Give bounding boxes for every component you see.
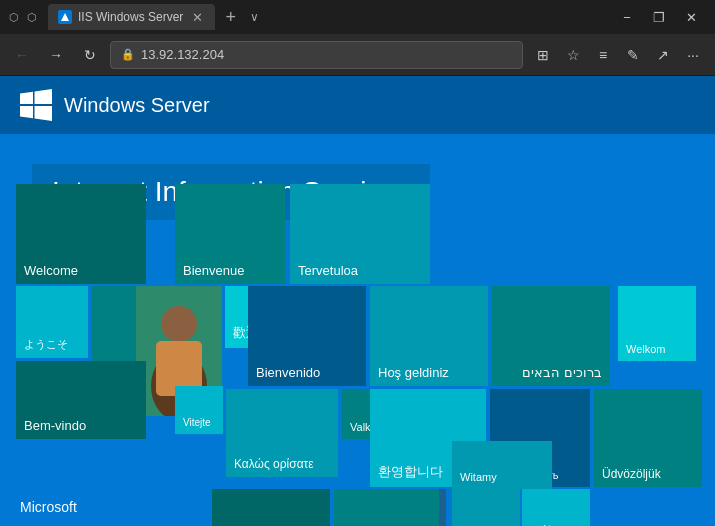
- tile-brukhim[interactable]: ברוכים הבאים: [492, 286, 610, 386]
- notes-icon[interactable]: ✎: [619, 41, 647, 69]
- reader-icon[interactable]: ⊞: [529, 41, 557, 69]
- new-tab-btn[interactable]: +: [219, 7, 242, 28]
- tile-tervetuloa[interactable]: Tervetuloa: [290, 184, 430, 284]
- tab-controls: ⬡ ⬡: [8, 11, 38, 23]
- microsoft-label: Microsoft: [20, 498, 77, 516]
- tile-welcome[interactable]: Welcome: [16, 184, 146, 284]
- forward-btn[interactable]: →: [42, 41, 70, 69]
- tab-dropdown-btn[interactable]: ∨: [246, 10, 263, 24]
- hub-icon[interactable]: ≡: [589, 41, 617, 69]
- tile-hos-geldiniz[interactable]: Hoş geldiniz: [370, 286, 488, 386]
- tile-yokoso[interactable]: ようこそ: [16, 286, 88, 358]
- tab-forward-btn[interactable]: ⬡: [26, 11, 38, 23]
- tab-title: IIS Windows Server: [78, 10, 183, 24]
- tab-bar: ⬡ ⬡ IIS Windows Server ✕ + ∨ − ❐ ✕: [0, 0, 715, 34]
- restore-btn[interactable]: ❐: [643, 0, 675, 34]
- address-bar[interactable]: 🔒 13.92.132.204: [110, 41, 523, 69]
- tile-huanying[interactable]: 欢迎: [522, 489, 590, 526]
- tile-vitejte[interactable]: Vitejte: [175, 386, 223, 434]
- tile-bienvenue[interactable]: Bienvenue: [175, 184, 285, 284]
- window-controls: − ❐ ✕: [611, 0, 707, 34]
- svg-point-1: [161, 306, 197, 342]
- back-btn[interactable]: ←: [8, 41, 36, 69]
- ws-title: Windows Server: [64, 94, 210, 117]
- tile-velkommen[interactable]: Velkommen: [334, 489, 439, 526]
- refresh-btn[interactable]: ↻: [76, 41, 104, 69]
- tile-bienvenido[interactable]: Bienvenido: [248, 286, 366, 386]
- ws-header: Windows Server: [0, 76, 715, 134]
- tab-close-btn[interactable]: ✕: [189, 9, 205, 25]
- browser-chrome: ⬡ ⬡ IIS Windows Server ✕ + ∨ − ❐ ✕ ← → ↻…: [0, 0, 715, 76]
- tile-welkom[interactable]: Welkom: [618, 286, 696, 361]
- tile-witamy[interactable]: Witamy: [452, 441, 552, 489]
- tiles-area: Welcome Bienvenue Tervetuloa ようこそ Benven…: [0, 176, 715, 526]
- more-icon[interactable]: ···: [679, 41, 707, 69]
- share-icon[interactable]: ↗: [649, 41, 677, 69]
- tab-back-btn[interactable]: ⬡: [8, 11, 20, 23]
- tab-favicon: [58, 10, 72, 24]
- page-content: Windows Server Internet Information Serv…: [0, 76, 715, 526]
- toolbar-icons: ⊞ ☆ ≡ ✎ ↗ ···: [529, 41, 707, 69]
- windows-logo: [20, 89, 52, 121]
- nav-bar: ← → ↻ 🔒 13.92.132.204 ⊞ ☆ ≡ ✎ ↗ ···: [0, 34, 715, 76]
- favorites-icon[interactable]: ☆: [559, 41, 587, 69]
- lock-icon: 🔒: [121, 48, 135, 61]
- tile-udvozoljuk[interactable]: Üdvözöljük: [594, 389, 702, 487]
- address-text: 13.92.132.204: [141, 47, 512, 62]
- minimize-btn[interactable]: −: [611, 0, 643, 34]
- tile-kalos[interactable]: Καλώς ορίσατε: [226, 389, 338, 477]
- active-tab[interactable]: IIS Windows Server ✕: [48, 4, 215, 30]
- tile-willkommen[interactable]: Willkommen: [212, 489, 330, 526]
- close-btn[interactable]: ✕: [675, 0, 707, 34]
- tile-bem-vindo[interactable]: Bem-vindo: [16, 361, 146, 439]
- tile-marhaba[interactable]: مرحبا: [452, 489, 520, 526]
